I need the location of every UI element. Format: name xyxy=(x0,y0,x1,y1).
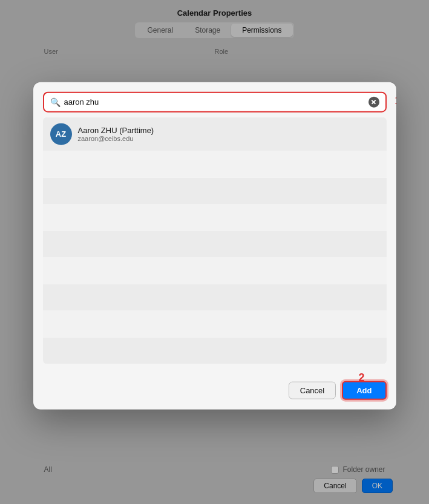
search-results: AZ Aaron ZHU (Parttime) zaaron@ceibs.edu xyxy=(43,117,387,364)
result-info: Aaron ZHU (Parttime) zaaron@ceibs.edu xyxy=(78,126,154,142)
search-icon: 🔍 xyxy=(50,97,61,106)
clear-button[interactable] xyxy=(368,96,379,107)
search-input[interactable] xyxy=(64,97,368,106)
empty-row-2 xyxy=(43,177,387,204)
empty-row-5 xyxy=(43,257,387,284)
empty-row-1 xyxy=(43,151,387,177)
search-bar: 🔍 xyxy=(43,91,387,112)
result-email: zaaron@ceibs.edu xyxy=(78,135,154,142)
search-bar-wrapper: 🔍 1 xyxy=(43,91,387,112)
empty-row-3 xyxy=(43,204,387,231)
empty-row-6 xyxy=(43,284,387,310)
modal-cancel-button[interactable]: Cancel xyxy=(289,381,336,399)
empty-row-4 xyxy=(43,231,387,257)
result-item-aaron[interactable]: AZ Aaron ZHU (Parttime) zaaron@ceibs.edu xyxy=(43,117,387,151)
avatar: AZ xyxy=(50,123,72,145)
empty-row-7 xyxy=(43,310,387,337)
modal-footer: 2 Cancel Add xyxy=(33,373,396,409)
result-name: Aaron ZHU (Parttime) xyxy=(78,126,154,135)
modal-body: 🔍 1 AZ Aaron ZHU (Parttime) zaaron@ceibs… xyxy=(33,82,396,373)
empty-row-8 xyxy=(43,337,387,364)
add-user-modal: 🔍 1 AZ Aaron ZHU (Parttime) zaaron@ceibs… xyxy=(33,82,396,409)
step-2-label: 2 xyxy=(358,371,364,384)
step-1-label: 1 xyxy=(395,94,396,106)
